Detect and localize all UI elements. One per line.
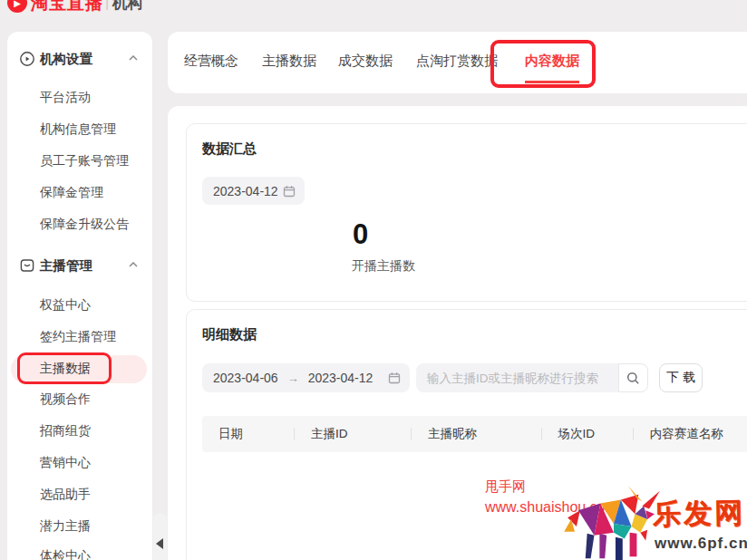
metric-label: 开播主播数 bbox=[352, 258, 415, 275]
sidebar-item-video-coop[interactable]: 视频合作 bbox=[7, 390, 152, 410]
caret-up-icon[interactable] bbox=[129, 55, 138, 61]
tab-transaction-data[interactable]: 成交数据 bbox=[338, 53, 393, 83]
calendar-icon bbox=[388, 372, 401, 384]
column-header-date: 日期 bbox=[202, 416, 294, 452]
search-icon bbox=[626, 372, 640, 385]
lefa-bull-logo-icon bbox=[560, 484, 667, 560]
table-header-row: 日期 主播ID 主播昵称 场次ID 内容赛道名称 bbox=[202, 416, 747, 452]
brand-suffix: 机构 bbox=[112, 0, 142, 14]
metric-value: 0 bbox=[353, 218, 368, 251]
sidebar-item-product-helper[interactable]: 选品助手 bbox=[7, 485, 152, 505]
tab-anchor-data[interactable]: 主播数据 bbox=[262, 53, 316, 83]
sidebar-item-potential-anchor[interactable]: 潜力主播 bbox=[7, 517, 152, 536]
sidebar-item-deposit-upgrade[interactable]: 保障金升级公告 bbox=[7, 215, 152, 235]
date-range-picker[interactable]: 2023-04-06 → 2023-04-12 bbox=[202, 363, 410, 392]
tab-diantao-reward-data[interactable]: 点淘打赏数据 bbox=[416, 53, 498, 83]
detail-title: 明细数据 bbox=[202, 326, 257, 343]
search-input[interactable] bbox=[416, 372, 618, 385]
summary-title: 数据汇总 bbox=[202, 140, 257, 158]
tab-content-data[interactable]: 内容数据 bbox=[525, 53, 579, 83]
sidebar-item-signed-anchor[interactable]: 签约主播管理 bbox=[7, 327, 152, 347]
column-header-anchor-nickname: 主播昵称 bbox=[412, 416, 541, 452]
sidebar-section-label: 机构设置 bbox=[40, 51, 92, 68]
column-header-anchor-id: 主播ID bbox=[295, 416, 411, 452]
sidebar-section-anchor-manage[interactable]: 主播管理 bbox=[7, 256, 152, 275]
tab-bar: 经营概念 主播数据 成交数据 点淘打赏数据 内容数据 bbox=[168, 32, 747, 93]
range-end-value: 2023-04-12 bbox=[308, 371, 374, 385]
summary-date-picker[interactable]: 2023-04-12 bbox=[202, 177, 305, 205]
sidebar-item-marketing-center[interactable]: 营销中心 bbox=[7, 453, 152, 473]
watermark-lefa-name: 乐发网 bbox=[653, 494, 746, 534]
sidebar-item-deposit[interactable]: 保障金管理 bbox=[7, 183, 152, 203]
sidebar-item-staff-subaccount[interactable]: 员工子账号管理 bbox=[7, 151, 152, 171]
tab-business-overview[interactable]: 经营概念 bbox=[184, 53, 238, 83]
sidebar-section-org-settings[interactable]: 机构设置 bbox=[7, 49, 152, 69]
search-button[interactable] bbox=[618, 363, 648, 392]
sidebar-section-label: 主播管理 bbox=[40, 257, 92, 275]
download-button[interactable]: 下 载 bbox=[659, 363, 703, 392]
sidebar-collapse-handle[interactable] bbox=[153, 513, 167, 560]
column-header-content-track: 内容赛道名称 bbox=[634, 416, 747, 452]
calendar-icon bbox=[283, 185, 296, 198]
sidebar: 机构设置 平台活动 机构信息管理 员工子账号管理 保障金管理 保障金升级公告 主… bbox=[7, 32, 152, 560]
sidebar-item-merchant-goods[interactable]: 招商组货 bbox=[7, 421, 152, 441]
bag-smile-icon bbox=[19, 257, 35, 274]
collapse-arrow-icon bbox=[156, 538, 163, 549]
range-start-value: 2023-04-06 bbox=[213, 371, 278, 385]
sidebar-item-org-info[interactable]: 机构信息管理 bbox=[7, 120, 152, 140]
brand-divider: | bbox=[105, 0, 109, 11]
search-box bbox=[416, 363, 618, 392]
brand-title: 淘宝直播 bbox=[31, 0, 103, 15]
caret-up-icon[interactable] bbox=[129, 262, 138, 267]
range-arrow-icon: → bbox=[287, 372, 299, 385]
watermark-lefa-url: www.6pf.cn bbox=[655, 535, 747, 553]
taobao-live-logo-icon: ▶ bbox=[7, 0, 27, 13]
sidebar-item-platform-activity[interactable]: 平台活动 bbox=[7, 88, 152, 108]
summary-panel: 数据汇总 2023-04-12 0 开播主播数 bbox=[186, 123, 747, 302]
play-circle-icon bbox=[19, 51, 35, 67]
watermark-shuaishou-name: 甩手网 bbox=[485, 478, 526, 496]
sidebar-item-health-center[interactable]: 体检中心 bbox=[7, 546, 152, 560]
sidebar-item-anchor-data[interactable]: 主播数据 bbox=[7, 359, 152, 379]
sidebar-item-rights-center[interactable]: 权益中心 bbox=[7, 295, 152, 315]
summary-date-value: 2023-04-12 bbox=[213, 184, 278, 198]
column-header-session-id: 场次ID bbox=[542, 416, 633, 452]
